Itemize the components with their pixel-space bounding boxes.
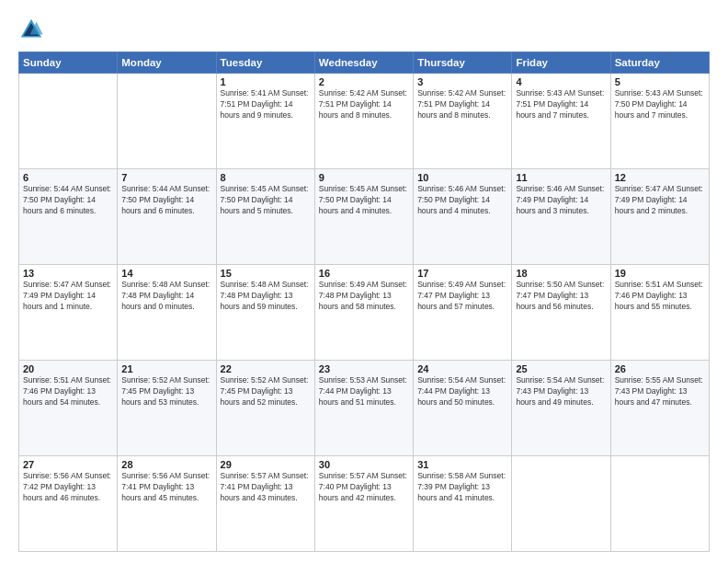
- calendar-cell: 10Sunrise: 5:46 AM Sunset: 7:50 PM Dayli…: [414, 169, 512, 265]
- calendar-cell: 11Sunrise: 5:46 AM Sunset: 7:49 PM Dayli…: [512, 169, 610, 265]
- day-info: Sunrise: 5:58 AM Sunset: 7:39 PM Dayligh…: [417, 471, 507, 504]
- calendar-cell: 3Sunrise: 5:42 AM Sunset: 7:51 PM Daylig…: [414, 74, 512, 169]
- day-info: Sunrise: 5:42 AM Sunset: 7:51 PM Dayligh…: [319, 88, 409, 121]
- calendar-cell: [118, 74, 216, 169]
- day-info: Sunrise: 5:44 AM Sunset: 7:50 PM Dayligh…: [23, 184, 113, 217]
- calendar-cell: 13Sunrise: 5:47 AM Sunset: 7:49 PM Dayli…: [19, 265, 118, 361]
- calendar-week-1: 1Sunrise: 5:41 AM Sunset: 7:51 PM Daylig…: [19, 74, 710, 169]
- day-info: Sunrise: 5:51 AM Sunset: 7:46 PM Dayligh…: [615, 280, 705, 313]
- weekday-header-saturday: Saturday: [610, 52, 709, 74]
- day-info: Sunrise: 5:46 AM Sunset: 7:49 PM Dayligh…: [516, 184, 606, 217]
- calendar-cell: 19Sunrise: 5:51 AM Sunset: 7:46 PM Dayli…: [610, 265, 709, 361]
- day-number: 29: [221, 459, 311, 470]
- day-number: 6: [23, 172, 113, 183]
- day-number: 4: [516, 76, 606, 87]
- calendar-week-2: 6Sunrise: 5:44 AM Sunset: 7:50 PM Daylig…: [19, 169, 710, 265]
- day-info: Sunrise: 5:43 AM Sunset: 7:51 PM Dayligh…: [516, 88, 606, 121]
- calendar-cell: 23Sunrise: 5:53 AM Sunset: 7:44 PM Dayli…: [314, 361, 413, 456]
- day-number: 8: [221, 172, 311, 183]
- calendar-body: 1Sunrise: 5:41 AM Sunset: 7:51 PM Daylig…: [19, 74, 710, 552]
- weekday-header-row: SundayMondayTuesdayWednesdayThursdayFrid…: [19, 52, 710, 74]
- day-info: Sunrise: 5:56 AM Sunset: 7:41 PM Dayligh…: [121, 471, 211, 504]
- calendar-cell: 2Sunrise: 5:42 AM Sunset: 7:51 PM Daylig…: [314, 74, 413, 169]
- calendar-cell: 30Sunrise: 5:57 AM Sunset: 7:40 PM Dayli…: [314, 456, 413, 552]
- calendar-week-5: 27Sunrise: 5:56 AM Sunset: 7:42 PM Dayli…: [19, 456, 710, 552]
- calendar-week-3: 13Sunrise: 5:47 AM Sunset: 7:49 PM Dayli…: [19, 265, 710, 361]
- day-info: Sunrise: 5:52 AM Sunset: 7:45 PM Dayligh…: [121, 375, 211, 408]
- day-info: Sunrise: 5:52 AM Sunset: 7:45 PM Dayligh…: [221, 375, 311, 408]
- calendar-cell: 1Sunrise: 5:41 AM Sunset: 7:51 PM Daylig…: [216, 74, 314, 169]
- day-info: Sunrise: 5:41 AM Sunset: 7:51 PM Dayligh…: [221, 88, 311, 121]
- weekday-header-monday: Monday: [118, 52, 216, 74]
- day-number: 26: [615, 363, 705, 374]
- calendar-cell: [19, 74, 118, 169]
- day-info: Sunrise: 5:47 AM Sunset: 7:49 PM Dayligh…: [615, 184, 705, 217]
- day-info: Sunrise: 5:53 AM Sunset: 7:44 PM Dayligh…: [319, 375, 409, 408]
- day-number: 25: [516, 363, 606, 374]
- day-number: 15: [221, 268, 311, 279]
- weekday-header-friday: Friday: [512, 52, 610, 74]
- day-number: 30: [319, 459, 409, 470]
- calendar-cell: 28Sunrise: 5:56 AM Sunset: 7:41 PM Dayli…: [118, 456, 216, 552]
- calendar-cell: 7Sunrise: 5:44 AM Sunset: 7:50 PM Daylig…: [118, 169, 216, 265]
- day-info: Sunrise: 5:44 AM Sunset: 7:50 PM Dayligh…: [121, 184, 211, 217]
- day-number: 7: [121, 172, 211, 183]
- day-info: Sunrise: 5:47 AM Sunset: 7:49 PM Dayligh…: [23, 280, 113, 313]
- calendar-cell: 21Sunrise: 5:52 AM Sunset: 7:45 PM Dayli…: [118, 361, 216, 456]
- day-number: 23: [319, 363, 409, 374]
- calendar-cell: [512, 456, 610, 552]
- day-info: Sunrise: 5:45 AM Sunset: 7:50 PM Dayligh…: [221, 184, 311, 217]
- day-number: 9: [319, 172, 409, 183]
- calendar-cell: 4Sunrise: 5:43 AM Sunset: 7:51 PM Daylig…: [512, 74, 610, 169]
- calendar-cell: 25Sunrise: 5:54 AM Sunset: 7:43 PM Dayli…: [512, 361, 610, 456]
- calendar-cell: 27Sunrise: 5:56 AM Sunset: 7:42 PM Dayli…: [19, 456, 118, 552]
- calendar-cell: 15Sunrise: 5:48 AM Sunset: 7:48 PM Dayli…: [216, 265, 314, 361]
- calendar-cell: 6Sunrise: 5:44 AM Sunset: 7:50 PM Daylig…: [19, 169, 118, 265]
- day-info: Sunrise: 5:56 AM Sunset: 7:42 PM Dayligh…: [23, 471, 113, 504]
- day-number: 13: [23, 268, 113, 279]
- day-number: 3: [417, 76, 507, 87]
- day-info: Sunrise: 5:46 AM Sunset: 7:50 PM Dayligh…: [417, 184, 507, 217]
- day-number: 5: [615, 76, 705, 87]
- calendar-cell: 18Sunrise: 5:50 AM Sunset: 7:47 PM Dayli…: [512, 265, 610, 361]
- day-number: 1: [221, 76, 311, 87]
- weekday-header-wednesday: Wednesday: [314, 52, 413, 74]
- day-number: 12: [615, 172, 705, 183]
- page: SundayMondayTuesdayWednesdayThursdayFrid…: [0, 0, 728, 563]
- calendar-cell: 26Sunrise: 5:55 AM Sunset: 7:43 PM Dayli…: [610, 361, 709, 456]
- weekday-header-tuesday: Tuesday: [216, 52, 314, 74]
- day-number: 17: [417, 268, 507, 279]
- calendar-week-4: 20Sunrise: 5:51 AM Sunset: 7:46 PM Dayli…: [19, 361, 710, 456]
- logo: [18, 17, 46, 42]
- day-number: 10: [417, 172, 507, 183]
- logo-icon: [18, 17, 44, 42]
- day-info: Sunrise: 5:57 AM Sunset: 7:40 PM Dayligh…: [319, 471, 409, 504]
- calendar-cell: 20Sunrise: 5:51 AM Sunset: 7:46 PM Dayli…: [19, 361, 118, 456]
- day-number: 21: [121, 363, 211, 374]
- calendar-cell: 29Sunrise: 5:57 AM Sunset: 7:41 PM Dayli…: [216, 456, 314, 552]
- calendar-cell: 17Sunrise: 5:49 AM Sunset: 7:47 PM Dayli…: [414, 265, 512, 361]
- calendar-cell: 14Sunrise: 5:48 AM Sunset: 7:48 PM Dayli…: [118, 265, 216, 361]
- day-number: 24: [417, 363, 507, 374]
- calendar-cell: 24Sunrise: 5:54 AM Sunset: 7:44 PM Dayli…: [414, 361, 512, 456]
- day-info: Sunrise: 5:55 AM Sunset: 7:43 PM Dayligh…: [615, 375, 705, 408]
- header: [18, 17, 710, 42]
- calendar-cell: 8Sunrise: 5:45 AM Sunset: 7:50 PM Daylig…: [216, 169, 314, 265]
- day-number: 20: [23, 363, 113, 374]
- day-info: Sunrise: 5:50 AM Sunset: 7:47 PM Dayligh…: [516, 280, 606, 313]
- day-info: Sunrise: 5:51 AM Sunset: 7:46 PM Dayligh…: [23, 375, 113, 408]
- day-number: 22: [221, 363, 311, 374]
- day-number: 18: [516, 268, 606, 279]
- day-info: Sunrise: 5:42 AM Sunset: 7:51 PM Dayligh…: [417, 88, 507, 121]
- day-number: 19: [615, 268, 705, 279]
- calendar-cell: 9Sunrise: 5:45 AM Sunset: 7:50 PM Daylig…: [314, 169, 413, 265]
- day-info: Sunrise: 5:54 AM Sunset: 7:44 PM Dayligh…: [417, 375, 507, 408]
- day-info: Sunrise: 5:43 AM Sunset: 7:50 PM Dayligh…: [615, 88, 705, 121]
- calendar-cell: 31Sunrise: 5:58 AM Sunset: 7:39 PM Dayli…: [414, 456, 512, 552]
- day-info: Sunrise: 5:57 AM Sunset: 7:41 PM Dayligh…: [221, 471, 311, 504]
- calendar-cell: 12Sunrise: 5:47 AM Sunset: 7:49 PM Dayli…: [610, 169, 709, 265]
- calendar-cell: [610, 456, 709, 552]
- day-number: 28: [121, 459, 211, 470]
- day-info: Sunrise: 5:48 AM Sunset: 7:48 PM Dayligh…: [121, 280, 211, 313]
- day-number: 27: [23, 459, 113, 470]
